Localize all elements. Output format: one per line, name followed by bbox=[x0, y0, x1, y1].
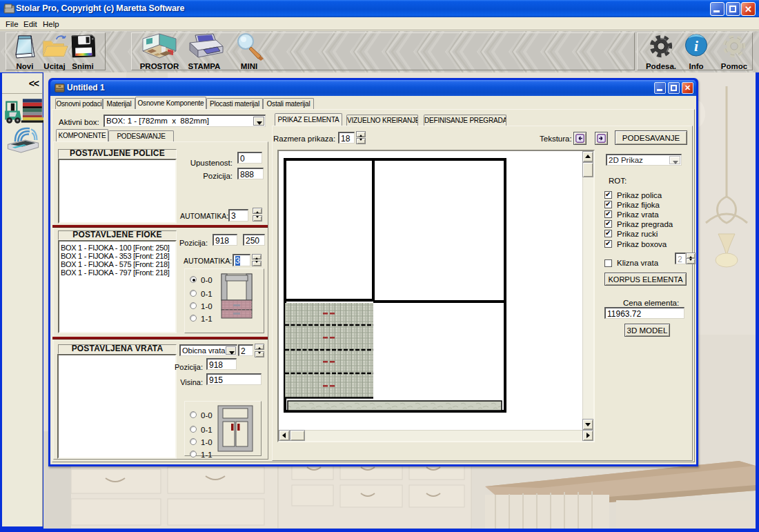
svg-text:i: i bbox=[694, 38, 698, 55]
